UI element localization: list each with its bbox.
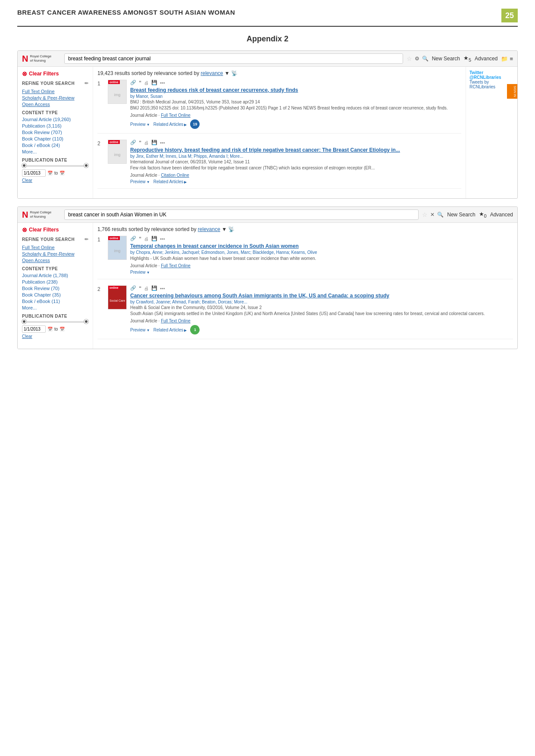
print-icon-2-2[interactable]: 🖨 xyxy=(144,286,149,291)
search-icon[interactable]: 🔍 xyxy=(422,56,429,62)
new-search-button-1[interactable]: New Search xyxy=(432,56,460,62)
orange-bookmark-tab[interactable]: SIGN IN xyxy=(507,84,517,99)
preview-button-2[interactable]: Preview xyxy=(130,179,150,184)
content-journal-2[interactable]: Journal Article (1,788) xyxy=(22,273,88,278)
filter-scholarly-1[interactable]: Scholarly & Peer-Review xyxy=(22,95,88,100)
folder-icon[interactable]: 📁 xyxy=(501,56,508,62)
calendar-icon-1[interactable]: 📅 xyxy=(47,171,53,175)
date-dot-left[interactable] xyxy=(22,163,26,168)
filter-full-text-2[interactable]: Full Text Online xyxy=(22,245,88,250)
content-more-1[interactable]: More... xyxy=(22,149,88,154)
calendar-icon-3[interactable]: 📅 xyxy=(47,327,53,331)
star-icon[interactable]: ☆ xyxy=(407,55,412,62)
result-title-2-2[interactable]: Cancer screening behaviours among South … xyxy=(130,293,513,299)
menu-icon[interactable]: ≡ xyxy=(510,56,513,62)
share-icon-1[interactable]: 🔗 xyxy=(130,80,136,85)
related-articles-link-2-2[interactable]: Related Articles xyxy=(153,328,187,332)
appendix-title: Appendix 2 xyxy=(17,34,518,44)
calendar-icon-2[interactable]: 📅 xyxy=(59,171,65,175)
quote-icon-1[interactable]: ❝ xyxy=(139,80,141,85)
clear-date-2[interactable]: Clear xyxy=(22,334,88,339)
star-icon-2[interactable]: ☆ xyxy=(422,211,428,218)
content-journal-1[interactable]: Journal Article (19,260) xyxy=(22,117,88,122)
online-badge-2-2: online xyxy=(108,286,120,290)
date-from-input-1[interactable] xyxy=(22,169,46,177)
filter-open-access-2[interactable]: Open Access xyxy=(22,258,88,263)
more-icon-2-2[interactable]: ••• xyxy=(160,286,165,291)
save-icon-2-2[interactable]: 💾 xyxy=(151,285,157,291)
top-bar-1: N Royal College of Nursing ☆ ⚙ 🔍 New Sea… xyxy=(18,51,517,67)
results-area-2: 1,766 results sorted by relevance sorted… xyxy=(93,223,517,349)
quote-icon-2-1[interactable]: ❝ xyxy=(139,236,141,241)
content-book-review-1[interactable]: Book Review (707) xyxy=(22,130,88,135)
filter-scholarly-2[interactable]: Scholarly & Peer-Review xyxy=(22,251,88,256)
preview-button-1[interactable]: Preview xyxy=(130,122,150,127)
content-publication-2[interactable]: Publication (238) xyxy=(22,279,88,284)
close-icon-2[interactable]: ✕ xyxy=(430,212,435,218)
edit-icon[interactable]: ✏ xyxy=(84,81,89,86)
more-icon-2-1[interactable]: ••• xyxy=(160,236,165,241)
content-book-chapter-1[interactable]: Book Chapter (110) xyxy=(22,136,88,141)
content-book-review-2[interactable]: Book Review (70) xyxy=(22,286,88,291)
date-slider-1[interactable] xyxy=(22,165,88,167)
quote-icon-2-2[interactable]: ❝ xyxy=(139,285,141,291)
more-icon-2[interactable]: ••• xyxy=(160,140,165,145)
full-text-link-1[interactable]: Full Text Online xyxy=(161,113,191,118)
result-title-1[interactable]: Breast feeding reduces risk of breast ca… xyxy=(130,87,461,93)
sort-relevance-link-2[interactable]: relevance xyxy=(198,226,220,232)
page-number: 25 xyxy=(501,9,518,22)
share-icon-2-1[interactable]: 🔗 xyxy=(130,236,136,241)
date-dot-right-2[interactable] xyxy=(84,319,88,324)
save-icon-2-1[interactable]: 💾 xyxy=(151,236,157,241)
preview-button-2-1[interactable]: Preview xyxy=(130,270,150,275)
save-icon-1[interactable]: 💾 xyxy=(151,80,157,85)
clear-date-1[interactable]: Clear xyxy=(22,178,88,183)
edit-icon-2[interactable]: ✏ xyxy=(84,237,89,242)
search-input-1[interactable] xyxy=(64,53,403,64)
result-meta-2: Journal Article · Citation Online xyxy=(130,173,461,178)
new-search-button-2[interactable]: New Search xyxy=(447,212,475,218)
settings-icon[interactable]: ⚙ xyxy=(415,56,419,62)
quote-icon-2[interactable]: ❝ xyxy=(139,140,141,145)
save-icon-2[interactable]: 💾 xyxy=(151,140,157,145)
result-title-2[interactable]: Reproductive history, breast feeding and… xyxy=(130,147,461,153)
share-icon-2-2[interactable]: 🔗 xyxy=(130,285,136,291)
content-book-chapter-2[interactable]: Book Chapter (35) xyxy=(22,292,88,297)
date-dot-left-2[interactable] xyxy=(22,319,26,324)
advanced-button-1[interactable]: Advanced xyxy=(475,56,497,62)
search-icon-2[interactable]: 🔍 xyxy=(437,212,444,218)
sort-relevance-link-1[interactable]: relevance xyxy=(200,70,223,76)
date-dot-right[interactable] xyxy=(84,163,88,168)
result-title-2-1[interactable]: Temporal changes in breast cancer incide… xyxy=(130,243,513,249)
share-icon-2[interactable]: 🔗 xyxy=(130,140,136,145)
search-input-2[interactable] xyxy=(64,209,419,220)
print-icon-1[interactable]: 🖨 xyxy=(144,80,149,85)
content-ebook-2[interactable]: Book / eBook (11) xyxy=(22,299,88,304)
print-icon-2-1[interactable]: 🖨 xyxy=(144,236,149,241)
filter-open-access-1[interactable]: Open Access xyxy=(22,102,88,107)
preview-button-2-2[interactable]: Preview xyxy=(130,328,150,332)
main-content-1: ⊗ Clear Filters REFINE YOUR SEARCH ✏ Ful… xyxy=(18,67,517,198)
citation-link-1[interactable]: Citation Online xyxy=(161,173,189,178)
content-more-2[interactable]: More... xyxy=(22,305,88,310)
more-icon-1[interactable]: ••• xyxy=(160,80,165,85)
content-publication-1[interactable]: Publication (3,116) xyxy=(22,123,88,128)
full-text-link-2-1[interactable]: Full Text Online xyxy=(161,263,191,268)
advanced-button-2[interactable]: Advanced xyxy=(490,212,513,218)
filter-full-text-1[interactable]: Full Text Online xyxy=(22,89,88,94)
date-slider-2[interactable] xyxy=(22,321,88,323)
content-ebook-1[interactable]: Book / eBook (24) xyxy=(22,143,88,148)
logo-1: N Royal College of Nursing xyxy=(22,54,61,63)
clear-filters-button-2[interactable]: ⊗ Clear Filters xyxy=(22,226,88,233)
result-body-2-2: 🔗 ❝ 🖨 💾 ••• Cancer screening behaviours … xyxy=(130,285,513,334)
related-articles-link-1[interactable]: Related Articles xyxy=(153,122,187,127)
cite-badge-1: 19 xyxy=(190,119,200,129)
results-summary-2: 1,766 results sorted by relevance sorted… xyxy=(97,226,513,232)
date-from-input-2[interactable] xyxy=(22,325,46,333)
calendar-icon-4[interactable]: 📅 xyxy=(59,327,65,331)
full-text-link-2-2[interactable]: Full Text Online xyxy=(161,319,191,323)
print-icon-2[interactable]: 🖨 xyxy=(144,140,149,145)
refine-header-2: REFINE YOUR SEARCH ✏ xyxy=(22,237,88,242)
clear-filters-button-1[interactable]: ⊗ Clear Filters xyxy=(22,70,88,77)
related-articles-link-2[interactable]: Related Articles xyxy=(153,179,187,184)
